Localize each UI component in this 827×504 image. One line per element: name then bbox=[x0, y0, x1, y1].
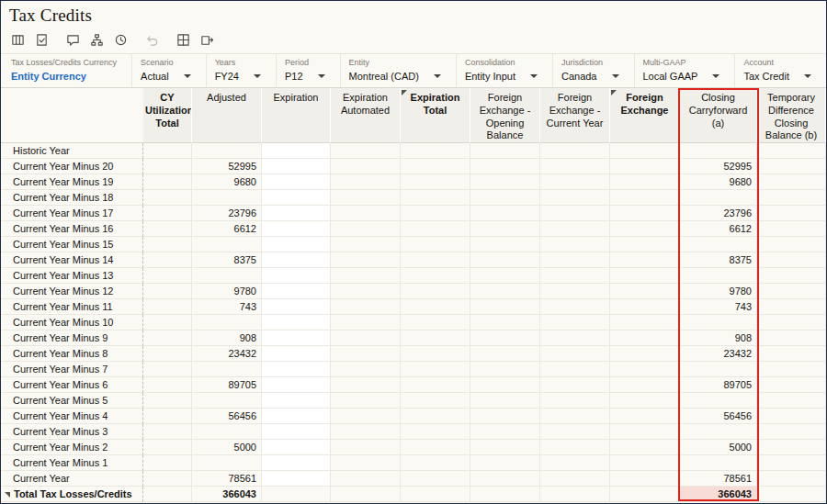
grid-cell[interactable] bbox=[331, 221, 401, 237]
grid-cell[interactable] bbox=[540, 174, 610, 190]
grid-cell[interactable] bbox=[143, 315, 192, 330]
grid-cell[interactable] bbox=[331, 252, 401, 268]
pov-value[interactable]: Actual bbox=[141, 71, 169, 82]
grid-cell[interactable] bbox=[401, 268, 470, 284]
grid-cell[interactable] bbox=[680, 190, 757, 206]
grid-cell[interactable] bbox=[262, 143, 331, 159]
pov-value[interactable]: FY24 bbox=[215, 71, 239, 82]
row-label[interactable]: Current Year Minus 11 bbox=[1, 299, 143, 315]
grid-cell[interactable] bbox=[540, 143, 610, 159]
grid-cell[interactable] bbox=[610, 221, 680, 237]
grid-cell[interactable] bbox=[540, 159, 610, 174]
grid-cell[interactable] bbox=[262, 440, 331, 455]
grid-cell[interactable] bbox=[331, 377, 401, 393]
pov-multigaap-dropdown[interactable]: Local GAAP bbox=[643, 71, 720, 82]
grid-cell[interactable] bbox=[331, 299, 401, 315]
grid-cell[interactable] bbox=[143, 284, 192, 299]
grid-cell[interactable] bbox=[192, 362, 262, 377]
grid-cell[interactable] bbox=[610, 330, 680, 346]
grid-cell[interactable] bbox=[470, 487, 540, 502]
grid-cell[interactable] bbox=[331, 393, 401, 409]
grid-cell[interactable] bbox=[401, 284, 470, 299]
grid-cell[interactable] bbox=[540, 362, 610, 377]
grid-cell[interactable] bbox=[757, 424, 826, 440]
column-header-cy_utilization_total[interactable]: CY Utilization Total bbox=[143, 88, 192, 143]
grid-cell[interactable]: 9680 bbox=[192, 174, 262, 190]
grid-cell[interactable] bbox=[143, 159, 192, 174]
grid-cell[interactable] bbox=[470, 159, 540, 174]
grid-cell[interactable] bbox=[401, 252, 470, 268]
grid-cell[interactable] bbox=[680, 268, 757, 284]
grid-cell[interactable] bbox=[610, 174, 680, 190]
pov-value[interactable]: Entity Currency bbox=[11, 71, 86, 82]
grid-cell[interactable]: 9780 bbox=[192, 284, 262, 299]
grid-cell[interactable] bbox=[680, 362, 757, 377]
row-label[interactable]: Current Year Minus 14 bbox=[1, 252, 143, 268]
grid-cell[interactable] bbox=[540, 268, 610, 284]
grid-cell[interactable] bbox=[757, 221, 826, 237]
grid-cell[interactable] bbox=[470, 268, 540, 284]
grid-cell[interactable] bbox=[262, 221, 331, 237]
grid-cell[interactable] bbox=[143, 393, 192, 409]
grid-cell[interactable] bbox=[262, 174, 331, 190]
column-header-fx_current_year[interactable]: Foreign Exchange - Current Year bbox=[540, 88, 610, 143]
grid-cell[interactable]: 366043 bbox=[192, 487, 262, 502]
pov-jurisdiction-dropdown[interactable]: Canada bbox=[561, 71, 619, 82]
pov-period-dropdown[interactable]: P12 bbox=[285, 71, 325, 82]
grid-cell[interactable] bbox=[470, 471, 540, 487]
grid-cell[interactable] bbox=[757, 284, 826, 299]
grid-cell[interactable]: 5000 bbox=[192, 440, 262, 455]
grid-cell[interactable] bbox=[401, 346, 470, 362]
grid-cell[interactable] bbox=[143, 268, 192, 284]
grid-cell[interactable] bbox=[143, 143, 192, 159]
grid-cell[interactable] bbox=[470, 143, 540, 159]
grid-cell[interactable] bbox=[757, 455, 826, 471]
history-button[interactable] bbox=[110, 31, 130, 51]
grid-cell[interactable] bbox=[610, 143, 680, 159]
grid-cell[interactable] bbox=[470, 330, 540, 346]
grid-cell[interactable] bbox=[540, 330, 610, 346]
grid-cell[interactable] bbox=[401, 315, 470, 330]
pov-value[interactable]: Entity Input bbox=[465, 71, 515, 82]
grid-cell[interactable] bbox=[757, 143, 826, 159]
grid-cell[interactable] bbox=[610, 315, 680, 330]
row-label[interactable]: Current Year Minus 9 bbox=[1, 330, 143, 346]
grid-cell[interactable] bbox=[610, 284, 680, 299]
grid-cell[interactable] bbox=[143, 221, 192, 237]
grid-cell[interactable] bbox=[610, 487, 680, 502]
grid-cell[interactable] bbox=[331, 159, 401, 174]
grid-cell[interactable] bbox=[610, 440, 680, 455]
grid-cell[interactable] bbox=[470, 299, 540, 315]
row-label[interactable]: Current Year Minus 10 bbox=[1, 315, 143, 330]
grid-cell[interactable] bbox=[470, 221, 540, 237]
grid-cell[interactable] bbox=[540, 377, 610, 393]
grid-cell[interactable] bbox=[610, 299, 680, 315]
grid-cell[interactable] bbox=[143, 237, 192, 252]
grid-cell[interactable] bbox=[540, 440, 610, 455]
grid-cell[interactable] bbox=[262, 455, 331, 471]
grid-cell[interactable] bbox=[470, 393, 540, 409]
pov-entity-dropdown[interactable]: Montreal (CAD) bbox=[349, 71, 441, 82]
column-header-expiration[interactable]: Expiration bbox=[262, 88, 331, 143]
column-header-adjusted[interactable]: Adjusted bbox=[192, 88, 262, 143]
grid-cell[interactable] bbox=[757, 190, 826, 206]
pov-years-dropdown[interactable]: FY24 bbox=[215, 71, 261, 82]
grid-cell[interactable] bbox=[143, 362, 192, 377]
grid-cell[interactable] bbox=[143, 455, 192, 471]
grid-cell[interactable] bbox=[143, 299, 192, 315]
grid-cell[interactable] bbox=[262, 346, 331, 362]
grid-cell[interactable] bbox=[470, 409, 540, 424]
row-label[interactable]: Total Tax Losses/Credits bbox=[1, 487, 143, 502]
grid-cell[interactable] bbox=[192, 424, 262, 440]
grid-cell[interactable] bbox=[262, 315, 331, 330]
grid-cell[interactable] bbox=[470, 424, 540, 440]
grid-cell[interactable] bbox=[401, 409, 470, 424]
row-label[interactable]: Current Year Minus 19 bbox=[1, 174, 143, 190]
row-label[interactable]: Historic Year bbox=[1, 143, 143, 159]
grid-cell[interactable] bbox=[610, 362, 680, 377]
grid-cell[interactable] bbox=[143, 377, 192, 393]
grid-cell[interactable] bbox=[470, 315, 540, 330]
grid-cell[interactable] bbox=[680, 393, 757, 409]
grid-cell[interactable] bbox=[610, 424, 680, 440]
column-header-foreign_exchange[interactable]: Foreign Exchange bbox=[610, 88, 680, 143]
